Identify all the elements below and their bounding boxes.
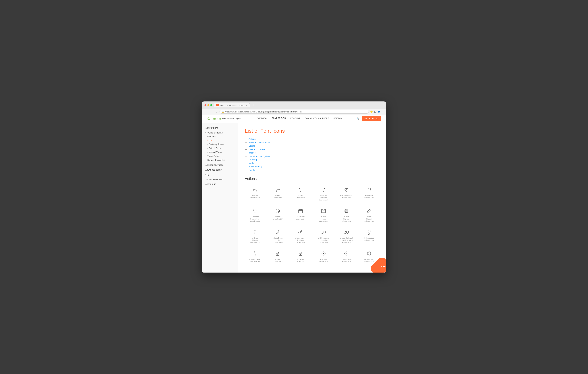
svg-rect-7 <box>345 211 347 213</box>
print-icon <box>344 208 349 214</box>
url-text: https://www.telerik.com/kendo-angular-ui… <box>225 111 302 113</box>
brand-logo-icon <box>207 117 211 120</box>
cancel-icon <box>321 251 326 257</box>
profile-icon[interactable]: 👤 <box>378 110 380 113</box>
sidebar-section-common: COMMON FEATURES <box>202 163 238 167</box>
nav-components[interactable]: COMPONENTS <box>272 117 286 120</box>
forward-button[interactable]: → <box>209 110 213 113</box>
page-title: List of Font Icons <box>245 128 379 134</box>
icon-cell-reset: k-i-resetUnicode: e102 <box>291 185 311 203</box>
save-icon <box>321 208 326 214</box>
toc-link-toggle[interactable]: Toggle <box>249 169 255 171</box>
icon-cell-attachment: k-i-attachmentk-i-clipUnicode: e10d <box>268 227 288 246</box>
icon-cell-print: k-i-printk-i-printerUnicode: e10a <box>336 206 356 224</box>
nav-roadmap[interactable]: ROADMAP <box>290 117 300 120</box>
icon-label-reset: k-i-resetUnicode: e102 <box>296 194 305 199</box>
toc-dash: — <box>245 155 247 158</box>
toc-item: — Alerts and Notifications <box>245 141 379 144</box>
tab-close-button[interactable]: ✕ <box>246 104 247 106</box>
icon-cell-reload-sm: k-i-reload-smk-i-refresh-smUnicode: e106 <box>245 206 265 224</box>
back-button[interactable]: ← <box>204 110 208 113</box>
attachment-icon <box>275 230 280 236</box>
link-vertical-icon <box>367 230 372 236</box>
icon-cell-link-horizontal: k-i-link-horizontalk-i-hyperlinkUnicode:… <box>313 227 334 246</box>
icon-label-save: k-i-savek-i-floppyUnicode: e109 <box>319 216 328 223</box>
icon-label-non-recurrence: k-i-non-recurrenceUnicode: e104 <box>340 194 352 199</box>
browser-titlebar: K Icons - Styling - Kendo UI for / ✕ + <box>202 101 386 109</box>
nav-pricing[interactable]: PRICING <box>334 117 342 120</box>
nav-overview[interactable]: OVERVIEW <box>256 117 267 120</box>
toc-link-mapping[interactable]: Mapping <box>249 159 257 161</box>
toc-link-images[interactable]: Images <box>249 151 256 154</box>
sidebar-section-faq: FAQ <box>202 172 238 176</box>
svg-point-10 <box>277 254 278 255</box>
toc-link-media[interactable]: Media <box>249 162 254 164</box>
icon-label-attachment: k-i-attachmentk-i-clipUnicode: e10d <box>273 237 283 244</box>
icon-label-calendar: k-i-calendarUnicode: e108 <box>296 216 305 220</box>
sidebar-title-common: COMMON FEATURES <box>202 163 238 167</box>
toc-item: — Layout and Navigation <box>245 154 379 158</box>
sidebar-item-browser-compat[interactable]: Browser Compatibility <box>202 158 238 162</box>
chevron-icon: › <box>207 143 208 145</box>
icon-label-undo: k-i-undoUnicode: e100 <box>250 194 260 199</box>
sidebar-title-faq: FAQ <box>202 172 238 176</box>
maximize-dot[interactable] <box>210 104 212 106</box>
sidebar-item-icons[interactable]: Icons <box>202 139 238 142</box>
nav-search-icon[interactable]: 🔍 <box>357 118 359 120</box>
toc-item: — Editing <box>245 144 379 148</box>
reset-icon <box>298 187 303 193</box>
icon-cell-undo: k-i-undoUnicode: e100 <box>245 185 265 203</box>
icon-label-print: k-i-printk-i-printerUnicode: e10a <box>342 216 351 223</box>
toc-dash: — <box>245 169 247 171</box>
toc-link-actions[interactable]: Actions <box>249 138 256 140</box>
address-bar[interactable]: 🔒 https://www.telerik.com/kendo-angular-… <box>220 110 369 114</box>
minimize-dot[interactable] <box>207 104 209 106</box>
toc-link-layout[interactable]: Layout and Navigation <box>249 155 270 158</box>
sidebar-item-default[interactable]: › Default Theme <box>202 146 238 150</box>
sidebar-item-material[interactable]: › Material Theme <box>202 150 238 154</box>
menu-icon[interactable]: ⋮ <box>382 110 384 113</box>
svg-rect-4 <box>323 209 325 210</box>
icon-label-attachment-45: k-i-attachment-45k-i-clip-45Unicode: e10… <box>295 237 306 244</box>
section-title-actions: Actions <box>245 177 379 181</box>
page-content: COMPONENTS STYLING & THEMES Overview Ico… <box>202 123 386 273</box>
get-started-button[interactable]: GET STARTED <box>362 116 381 121</box>
close-dot[interactable] <box>204 104 206 106</box>
nav-right: 🔍 GET STARTED <box>357 116 381 121</box>
refresh-button[interactable]: ↻ <box>215 110 218 113</box>
delete-icon <box>252 230 258 236</box>
toc-dash: — <box>245 138 247 140</box>
sidebar-section-copyright: COPYRIGHT <box>202 182 238 186</box>
window-controls <box>204 104 212 106</box>
toc-item: — Actions <box>245 137 379 141</box>
icons-grid-row4: k-i-unlink-verticalUnicode: e112 k-i-loc… <box>245 249 379 264</box>
nav-community[interactable]: COMMUNITY & SUPPORT <box>305 117 329 120</box>
icon-cell-attachment-45: k-i-attachment-45k-i-clip-45Unicode: e10… <box>291 227 311 246</box>
clock-icon <box>275 208 280 214</box>
toc-link-files[interactable]: Files and Folders <box>249 148 265 150</box>
icon-label-link-vertical: k-i-link-verticalUnicode: e111 <box>364 237 374 242</box>
chevron-icon: › <box>207 148 208 149</box>
toc-link-editing[interactable]: Editing <box>249 145 255 147</box>
search-toolbar-icon[interactable]: ⭐ <box>370 110 373 113</box>
toc-link-alerts[interactable]: Alerts and Notifications <box>249 141 270 144</box>
sidebar-section-troubleshooting: TROUBLESHOOTING <box>202 177 238 181</box>
unlink-horizontal-icon <box>344 230 349 236</box>
toc-link-social[interactable]: Social Sharing <box>249 165 262 168</box>
icon-cell-cancel-circle: k-i-cancel-circleUnicode: e117 <box>359 249 379 264</box>
sidebar-item-bootstrap[interactable]: › Bootstrap Theme <box>202 142 238 146</box>
attachment-45-icon <box>298 230 303 236</box>
sidebar-item-theme-builder[interactable]: Theme Builder <box>202 154 238 158</box>
new-tab-button[interactable]: + <box>252 104 255 107</box>
icon-label-edit: k-i-editk-i-pencilUnicode: e10b <box>364 216 374 223</box>
icon-label-reload: k-i-reloadk-i-refreshUnicode: e103 <box>319 194 328 201</box>
non-recurrence-icon <box>344 187 349 193</box>
sidebar-item-overview[interactable]: Overview <box>202 134 238 139</box>
main-content: List of Font Icons — Actions — Alerts an… <box>238 123 386 273</box>
sidebar-section-advanced: ADVANCED SETUP <box>202 168 238 171</box>
extensions-icon[interactable]: ⊞ <box>374 110 376 113</box>
reload-icon <box>321 187 326 193</box>
brand-progress-text: Progress <box>212 118 221 120</box>
icon-label-unlink-horizontal: k-i-unlink-horizontalk-i-hyperlink-remov… <box>340 237 353 244</box>
browser-tab[interactable]: K Icons - Styling - Kendo UI for / ✕ <box>214 103 250 107</box>
